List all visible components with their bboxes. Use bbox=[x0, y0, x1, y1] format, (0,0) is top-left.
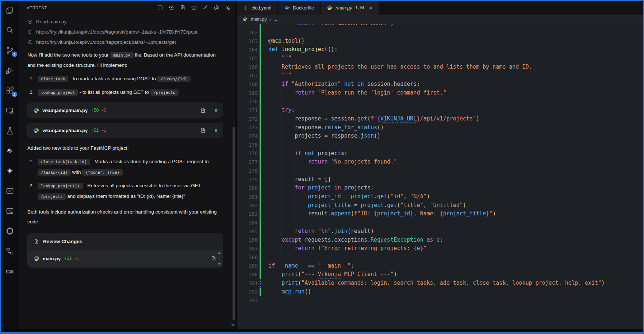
code-line[interactable]: 186 except requests.exceptions.RequestEx… bbox=[237, 236, 643, 245]
gutter-added-marker bbox=[260, 63, 261, 72]
open-diff-icon[interactable] bbox=[211, 256, 217, 262]
changed-file-row[interactable]: main.py+51-1 bbox=[28, 250, 223, 267]
scroll-up-arrow[interactable] bbox=[218, 252, 221, 254]
activity-item-verdent-logo[interactable] bbox=[5, 146, 15, 156]
activity-item-c-ext[interactable]: C bbox=[5, 266, 15, 276]
code-token: MCP Client ---" bbox=[341, 271, 394, 277]
code-editor[interactable]: return "Task marked as done.")162163@mcp… bbox=[237, 24, 643, 329]
indent-guide bbox=[281, 227, 282, 236]
open-diff-icon[interactable] bbox=[200, 107, 206, 114]
list-number: 1. bbox=[30, 74, 38, 84]
account-icon[interactable] bbox=[214, 5, 220, 11]
new-chat-icon[interactable] bbox=[157, 5, 163, 11]
code-line[interactable]: 162 bbox=[237, 28, 643, 37]
code-line[interactable]: 181 project_id = project.get("id", "N/A"… bbox=[237, 192, 643, 201]
code-token: get bbox=[377, 193, 387, 200]
editor-tab-main.py[interactable]: main.py1, M× bbox=[321, 1, 379, 15]
activity-item-hexagon-ext[interactable] bbox=[5, 226, 15, 236]
code-line[interactable]: 169 return "Please run the 'login' comma… bbox=[237, 89, 643, 97]
scroll-down-arrow[interactable] bbox=[218, 263, 221, 265]
code-token: ( bbox=[387, 193, 390, 200]
editor-tab-dockerfile[interactable]: Dockerfile bbox=[278, 1, 321, 15]
code-line[interactable]: return "Task marked as done.") bbox=[237, 24, 643, 28]
reference-link-row[interactable]: https://try.vikunja.io/api/v1/docs#tag/p… bbox=[27, 39, 223, 45]
code-line[interactable]: 184 bbox=[237, 218, 643, 227]
code-line[interactable]: 191 print("Available commands: login, se… bbox=[237, 279, 643, 288]
robot-icon[interactable] bbox=[191, 5, 197, 11]
code-line[interactable]: 170 bbox=[237, 97, 643, 106]
file-change-card[interactable]: vikunjamcp/main.py+50-0 bbox=[27, 103, 223, 118]
code-line[interactable]: 185 return "\n".join(result) bbox=[237, 227, 643, 236]
sidebar-scrollbar[interactable] bbox=[233, 127, 235, 320]
code-token: { bbox=[374, 210, 377, 217]
activity-item-run-debug[interactable] bbox=[5, 66, 15, 75]
review-changes-header[interactable]: Review Changes bbox=[28, 233, 223, 250]
code-line[interactable]: 189if __name__ == "__main__": bbox=[237, 262, 643, 270]
code-line[interactable]: 188 bbox=[237, 253, 643, 262]
activity-item-source-control[interactable]: 1 bbox=[5, 46, 15, 55]
code-token: json bbox=[361, 133, 374, 139]
message-text: - Retrieves all projects accessible to t… bbox=[83, 183, 201, 188]
code-line[interactable]: 182 project_title = project.get("title",… bbox=[237, 201, 643, 210]
code-token: project bbox=[308, 184, 334, 191]
gutter-modified-marker bbox=[260, 279, 261, 288]
line-number: 170 bbox=[237, 99, 258, 104]
open-diff-icon[interactable] bbox=[200, 127, 206, 134]
activity-item-explorer[interactable] bbox=[5, 5, 15, 15]
code-line[interactable]: 183 result.append(f"ID: {project_id}, Na… bbox=[237, 210, 643, 218]
code-line[interactable]: 173 response.raise_for_status() bbox=[237, 123, 643, 132]
notes-icon[interactable] bbox=[180, 5, 186, 11]
code-token: response. bbox=[295, 124, 324, 131]
activity-item-flowchart-ext[interactable] bbox=[5, 246, 15, 256]
code-line[interactable]: 172 response = session.get(f"{VIKUNJA_UR… bbox=[237, 115, 643, 123]
code-line[interactable]: 166 Retrieves all projects the user has … bbox=[237, 63, 643, 72]
activity-item-search[interactable] bbox=[5, 26, 15, 35]
code-token: ) bbox=[476, 115, 479, 122]
code-line[interactable]: 177 return "No projects found." bbox=[237, 158, 643, 166]
breadcrumb-file[interactable]: main.py bbox=[251, 17, 267, 22]
code-line[interactable]: 165 """ bbox=[237, 54, 643, 63]
code-line[interactable]: 179 result = [] bbox=[237, 175, 643, 184]
breadcrumb-more[interactable]: ... bbox=[273, 17, 277, 22]
file-change-card[interactable]: vikunjamcp/main.py+51-1 bbox=[27, 123, 223, 138]
activity-item-toolbox-2[interactable] bbox=[5, 206, 15, 216]
history-icon[interactable] bbox=[168, 5, 175, 11]
activity-item-toolbox-1[interactable] bbox=[5, 186, 15, 196]
feedback-icon[interactable] bbox=[225, 5, 231, 11]
review-changes-card: Review Changesmain.py+51-1 bbox=[27, 233, 223, 268]
code-line[interactable]: 174 projects = response.json() bbox=[237, 132, 643, 141]
attach-icon[interactable] bbox=[202, 5, 208, 11]
review-changes-icon bbox=[34, 239, 39, 245]
code-line[interactable]: 193 bbox=[237, 296, 643, 305]
gutter-added-marker bbox=[260, 201, 261, 210]
tab-close-icon[interactable]: × bbox=[369, 5, 372, 11]
activity-item-testing[interactable] bbox=[5, 126, 15, 135]
code-line[interactable]: 192 mcp.run() bbox=[237, 288, 643, 296]
tab-problems-modified-badge: 1, M bbox=[355, 5, 364, 10]
reference-link-row[interactable]: https://try.vikunja.io/api/v1/docs#tag/t… bbox=[27, 29, 223, 35]
code-line[interactable]: 187 return f"Error retrieving projects: … bbox=[237, 244, 643, 253]
code-token: "Error retrieving projects: bbox=[321, 245, 414, 252]
gutter-added-marker bbox=[260, 28, 261, 37]
code-line[interactable]: 168 if "Authorization" not in session.he… bbox=[237, 80, 643, 89]
inline-code-chip: lookup_project bbox=[38, 89, 78, 96]
line-number: 190 bbox=[237, 272, 258, 277]
file-path: vikunjamcp/main.py bbox=[42, 108, 88, 113]
activity-item-remote-explorer[interactable] bbox=[5, 106, 15, 115]
activity-item-sparkle[interactable] bbox=[5, 166, 15, 176]
code-token: . bbox=[384, 202, 387, 208]
activity-item-extensions[interactable]: 2 bbox=[5, 86, 15, 95]
code-line[interactable]: 167 """ bbox=[237, 71, 643, 80]
code-line[interactable]: 180 for project in projects: bbox=[237, 184, 643, 192]
sidebar-scroll-down-arrow[interactable] bbox=[231, 324, 235, 326]
code-line[interactable]: 178 bbox=[237, 166, 643, 175]
code-line[interactable]: 176 if not projects: bbox=[237, 149, 643, 158]
code-line[interactable]: 175 bbox=[237, 141, 643, 149]
code-line[interactable]: 163@mcp.tool() bbox=[237, 37, 643, 46]
code-line[interactable]: 164def lookup_project(): bbox=[237, 45, 643, 54]
code-line[interactable]: 190 print("--- Vikunja MCP Client ---") bbox=[237, 270, 643, 279]
line-number: 163 bbox=[237, 38, 258, 44]
editor-tab-cicd.yaml[interactable]: !cicd.yaml bbox=[237, 1, 278, 15]
code-line[interactable]: 171 try: bbox=[237, 106, 643, 115]
breadcrumb[interactable]: main.py › ... bbox=[237, 15, 643, 24]
